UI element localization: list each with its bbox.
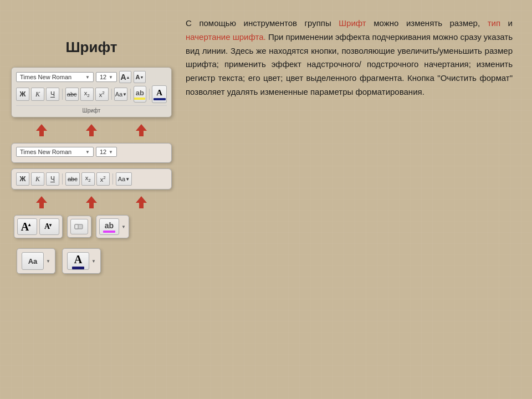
- font-size-buttons-panel: A▲ A▼: [14, 215, 63, 238]
- superscript-sub-btn[interactable]: x2: [96, 172, 110, 186]
- superscript-btn[interactable]: x2: [95, 88, 109, 101]
- svg-marker-0: [36, 124, 47, 136]
- italic-sub-btn[interactable]: К: [31, 172, 44, 186]
- aa-btn-text: Aa: [28, 257, 38, 265]
- superscript-sub-icon: x2: [100, 175, 106, 183]
- big-a-up-arrow: ▲: [27, 222, 32, 227]
- arrow1-svg: [36, 124, 47, 136]
- text-nachert: начертание шрифта.: [186, 32, 266, 42]
- strikethrough-icon: abc: [67, 91, 77, 98]
- arrow3-svg: [136, 124, 147, 136]
- arrow4-svg: [36, 196, 47, 208]
- text-tip: тип: [488, 18, 500, 28]
- arrow5-svg: [86, 196, 97, 208]
- font-color-a: A: [156, 88, 162, 98]
- aa-sub-btn[interactable]: Aa▼: [116, 172, 132, 186]
- text-p2: можно изменять размер,: [366, 18, 488, 28]
- ab-highlight-text: ab: [105, 221, 114, 230]
- font-color-panel: A ▼: [62, 248, 101, 274]
- font-color-underline: [154, 98, 166, 100]
- shrink-superscript: ▼: [140, 75, 144, 79]
- subscript-icon: x2: [84, 90, 90, 98]
- aa-case-btn[interactable]: Aa▼: [114, 88, 127, 101]
- text-intro: С помощью инструментов группы: [186, 18, 339, 28]
- font-name-display[interactable]: Times New Roman ▼: [16, 72, 94, 82]
- grow-font-btn[interactable]: A▲: [119, 71, 131, 83]
- highlight-btn[interactable]: ab: [134, 86, 146, 103]
- font-dropdown-arrow: ▼: [85, 75, 90, 80]
- svg-marker-4: [86, 196, 97, 208]
- clear-format-btn[interactable]: [70, 219, 88, 234]
- arrows-row-1: [11, 123, 172, 137]
- case-change-btn[interactable]: Aa: [22, 252, 44, 270]
- case-dropdown-arrow[interactable]: ▼: [46, 259, 50, 264]
- italic-btn[interactable]: К: [31, 88, 44, 101]
- font-name-sub-display[interactable]: Times New Roman ▼: [16, 147, 94, 157]
- font-color-dropdown-arrow[interactable]: ▼: [91, 259, 96, 264]
- aa-sub-icon: Aa: [118, 176, 125, 182]
- separator3: [130, 89, 131, 100]
- svg-marker-3: [36, 196, 47, 208]
- strikethrough-btn[interactable]: abc: [65, 88, 79, 101]
- font-name-sub-text: Times New Roman: [20, 149, 71, 155]
- text-shrift: Шрифт: [339, 18, 366, 28]
- font-color-large-a: A: [74, 253, 82, 266]
- separator1: [62, 89, 63, 100]
- bold-sub-btn[interactable]: Ж: [16, 172, 29, 186]
- bottom-panels-row: Aa ▼ A ▼: [11, 248, 172, 274]
- arrows-row-2: [11, 195, 172, 209]
- font-size-display[interactable]: 12 ▼: [96, 72, 117, 82]
- strikethrough-sub-btn[interactable]: abc: [65, 172, 80, 186]
- font-sub-dropdown: ▼: [85, 150, 90, 155]
- format-sub-row: Ж К Ч abc x2 x2 Aa▼: [16, 172, 167, 186]
- svg-rect-7: [75, 224, 78, 229]
- highlight-color-bar: [134, 98, 145, 100]
- description-panel: С помощью инструментов группы Шрифт можн…: [183, 11, 521, 388]
- subscript-sub-icon: x2: [85, 175, 91, 183]
- font-color-btn[interactable]: A: [152, 85, 167, 103]
- toolbar-label: Шрифт: [16, 105, 167, 114]
- sub-sep2: [112, 173, 113, 185]
- font-size-sub-display[interactable]: 12 ▼: [96, 147, 117, 157]
- format-buttons-row: Ж К Ч abc x2 x2 Aa▼ ab: [16, 85, 167, 103]
- svg-marker-5: [136, 196, 147, 208]
- highlight-pink-bar: [103, 231, 115, 233]
- left-diagram-panel: Шрифт Times New Roman ▼ 12 ▼ A▲ A▼: [11, 11, 172, 388]
- grow-icon: A: [120, 73, 126, 81]
- superscript-icon: x2: [99, 90, 105, 98]
- underline-btn[interactable]: Ч: [46, 88, 59, 101]
- font-name-text: Times New Roman: [20, 74, 71, 80]
- big-a-grow-btn[interactable]: A▲: [17, 218, 37, 235]
- font-color-large-btn[interactable]: A: [67, 252, 89, 270]
- arrow6-svg: [136, 196, 147, 208]
- separator4: [149, 89, 150, 100]
- size-sub-dropdown: ▼: [109, 150, 113, 155]
- text-highlight-btn[interactable]: ab: [99, 218, 119, 235]
- big-a-down-arrow: ▼: [48, 223, 53, 228]
- svg-marker-2: [136, 124, 147, 136]
- big-a-shrink-btn[interactable]: A▼: [39, 218, 59, 235]
- page-title: Шрифт: [11, 39, 172, 56]
- format-subpanel: Ж К Ч abc x2 x2 Aa▼: [11, 168, 172, 190]
- underline-sub-btn[interactable]: Ч: [46, 172, 59, 186]
- bold-btn[interactable]: Ж: [16, 88, 29, 101]
- font-color-dark-bar: [72, 267, 84, 269]
- grow-superscript: ▲: [126, 75, 130, 79]
- separator2: [111, 89, 112, 100]
- svg-marker-1: [86, 124, 97, 136]
- clear-format-panel: [67, 216, 91, 238]
- shrink-icon: A: [136, 74, 140, 80]
- text-p3: и: [500, 18, 513, 28]
- eraser-icon: [74, 222, 84, 231]
- font-row-sub: Times New Roman ▼ 12 ▼: [16, 147, 167, 157]
- case-change-panel: Aa ▼: [17, 248, 55, 274]
- subscript-btn[interactable]: x2: [80, 88, 94, 101]
- font-size-text: 12: [100, 74, 106, 80]
- shrink-font-btn[interactable]: A▼: [134, 71, 146, 83]
- font-name-subpanel: Times New Roman ▼ 12 ▼: [11, 143, 172, 163]
- sub-sep1: [62, 173, 63, 185]
- highlight-dropdown[interactable]: ▼: [121, 224, 126, 229]
- aa-icon: Aa: [115, 91, 122, 98]
- size-dropdown-arrow: ▼: [109, 75, 113, 80]
- subscript-sub-btn[interactable]: x2: [81, 172, 95, 186]
